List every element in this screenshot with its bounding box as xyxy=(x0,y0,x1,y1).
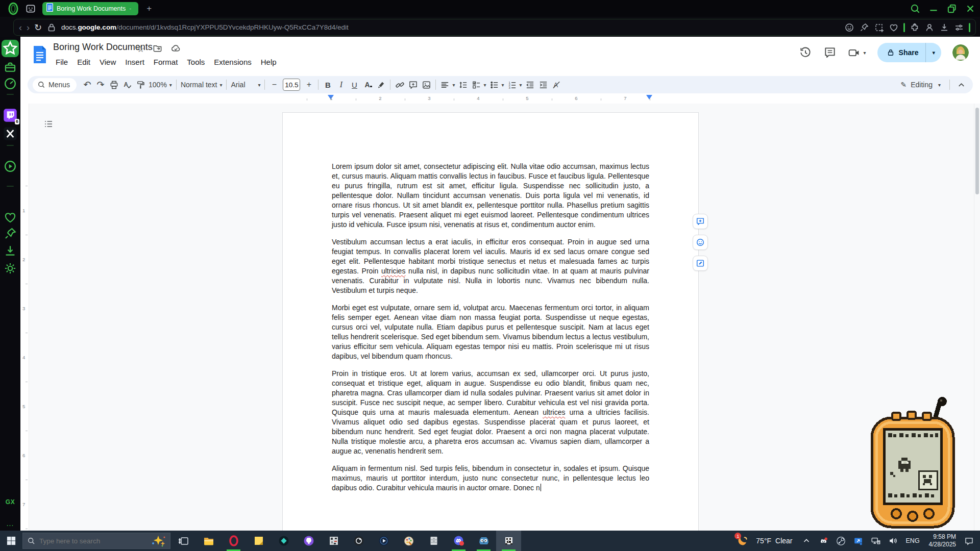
action-center-icon[interactable] xyxy=(963,535,975,547)
paint-format-button[interactable] xyxy=(134,78,147,91)
forward-icon[interactable]: › xyxy=(27,23,30,32)
menu-help[interactable]: Help xyxy=(257,57,280,67)
new-tab-button[interactable]: + xyxy=(143,3,155,14)
tray-network-icon[interactable] xyxy=(870,535,882,547)
highlight-color-button[interactable] xyxy=(374,78,387,91)
editing-mode-select[interactable]: ✎ Editing ▾ xyxy=(896,81,945,89)
share-button[interactable]: Share ▾ xyxy=(877,43,941,62)
clock-widget[interactable]: 9:58 PM 4/28/2025 xyxy=(929,533,956,548)
menu-format[interactable]: Format xyxy=(150,57,182,67)
url-field[interactable]: ‹ › ↻ docs.google.com/document/d/1kvdsq1… xyxy=(13,19,976,36)
opera-browser-icon[interactable] xyxy=(221,531,246,551)
extensions-icon[interactable] xyxy=(910,22,920,33)
insert-link-button[interactable] xyxy=(393,78,406,91)
gx-control-gauge-icon[interactable] xyxy=(3,77,17,91)
decrease-font-size-button[interactable]: − xyxy=(267,78,281,91)
file-explorer-icon[interactable] xyxy=(196,531,221,551)
pin-icon[interactable] xyxy=(859,22,869,33)
emoji-icon[interactable] xyxy=(844,22,854,33)
restore-icon[interactable] xyxy=(946,3,958,14)
heart-icon[interactable] xyxy=(3,210,17,224)
checklist-button[interactable]: ▾ xyxy=(470,78,488,91)
comments-icon[interactable] xyxy=(823,46,837,59)
bulleted-list-button[interactable]: ▾ xyxy=(488,78,506,91)
cloud-status-icon[interactable] xyxy=(170,43,181,56)
teal-gem-app-icon[interactable] xyxy=(271,531,296,551)
version-history-icon[interactable] xyxy=(799,46,812,59)
menu-file[interactable]: File xyxy=(52,57,71,67)
increase-indent-button[interactable] xyxy=(537,78,550,91)
avatar[interactable] xyxy=(952,44,969,61)
task-view-button[interactable] xyxy=(171,531,196,551)
paint-icon[interactable] xyxy=(396,531,421,551)
tray-discord-icon[interactable] xyxy=(818,535,830,547)
align-button[interactable]: ▾ xyxy=(438,78,456,91)
url-text[interactable]: docs.google.com/document/d/1kvdsq1RcpjYX… xyxy=(61,23,840,31)
increase-font-size-button[interactable]: + xyxy=(302,78,315,91)
document-page[interactable]: Lorem ipsum dolor sit amet, consectetur … xyxy=(282,112,699,531)
toolbar-search-menus[interactable]: Menus xyxy=(33,78,77,92)
doc-text[interactable]: Lorem ipsum dolor sit amet, consectetur … xyxy=(332,162,649,493)
downloads-icon[interactable] xyxy=(3,244,17,258)
vertical-ruler[interactable]: 1234567 xyxy=(20,104,29,531)
suggest-edits-button[interactable] xyxy=(693,256,708,271)
settings-sliders-icon[interactable] xyxy=(954,22,964,33)
taskbar-search[interactable] xyxy=(22,533,170,549)
github-icon[interactable] xyxy=(296,531,321,551)
menu-view[interactable]: View xyxy=(96,57,119,67)
file-cabinet-icon[interactable] xyxy=(421,531,446,551)
add-comment-margin-button[interactable] xyxy=(693,214,708,229)
tamagotchi-pet-window[interactable] xyxy=(867,395,960,531)
sidebar-overflow-icon[interactable]: ... xyxy=(3,516,17,531)
italic-button[interactable]: I xyxy=(334,78,348,91)
emoji-reaction-button[interactable] xyxy=(693,235,708,250)
zoom-select[interactable]: 100%▾ xyxy=(147,78,174,91)
back-icon[interactable]: ‹ xyxy=(19,23,22,32)
redo-button[interactable]: ↷ xyxy=(94,78,107,91)
right-indent-marker[interactable] xyxy=(646,95,652,99)
menu-edit[interactable]: Edit xyxy=(74,57,94,67)
snapshot-icon[interactable] xyxy=(874,22,884,33)
menu-extensions[interactable]: Extensions xyxy=(210,57,255,67)
download-icon[interactable] xyxy=(939,22,949,33)
bold-button[interactable]: B xyxy=(321,78,334,91)
horizontal-ruler[interactable]: 1234567 xyxy=(20,94,980,104)
scrollbar[interactable] xyxy=(974,104,980,531)
star-document-icon[interactable]: ☆ xyxy=(137,44,144,55)
browser-search-icon[interactable] xyxy=(910,3,921,14)
tamagotchi-app-icon[interactable] xyxy=(496,531,521,551)
tray-cast-icon[interactable] xyxy=(852,535,865,547)
tray-expand-chevron-icon[interactable] xyxy=(800,535,813,547)
add-comment-button[interactable] xyxy=(406,78,420,91)
copilot-sparkle-icon[interactable] xyxy=(151,535,166,547)
google-docs-logo-icon[interactable] xyxy=(33,45,47,64)
minimize-icon[interactable] xyxy=(928,3,939,14)
text-color-button[interactable]: A xyxy=(361,78,374,91)
sticky-notes-icon[interactable] xyxy=(246,531,271,551)
font-size-input[interactable]: 10.5 xyxy=(283,79,300,91)
language-indicator[interactable]: ENG xyxy=(906,537,920,544)
search-input[interactable] xyxy=(39,537,136,545)
close-icon[interactable] xyxy=(965,3,976,14)
workspace-icon[interactable] xyxy=(25,3,36,14)
scrollbar-thumb[interactable] xyxy=(975,108,979,194)
share-dropdown[interactable]: ▾ xyxy=(926,49,941,56)
document-outline-button[interactable] xyxy=(42,117,55,131)
retro-pixel-app-icon[interactable] xyxy=(321,531,346,551)
underline-button[interactable]: U xyxy=(348,78,361,91)
tray-volume-icon[interactable] xyxy=(887,535,899,547)
reload-icon[interactable]: ↻ xyxy=(34,23,42,32)
start-button[interactable] xyxy=(5,535,17,547)
gx-logo-text[interactable]: GX xyxy=(6,498,15,506)
clear-formatting-button[interactable]: A xyxy=(550,78,564,91)
hide-menus-button[interactable] xyxy=(954,78,968,91)
pinboard-icon[interactable] xyxy=(3,227,17,241)
meet-call-button[interactable]: ▾ xyxy=(848,46,866,59)
x-twitter-icon[interactable] xyxy=(3,127,17,141)
browser-tab[interactable]: Boring Work Documents - xyxy=(42,2,138,15)
print-button[interactable] xyxy=(107,78,120,91)
profile-icon[interactable] xyxy=(924,22,935,33)
numbered-list-button[interactable]: 123▾ xyxy=(506,78,524,91)
font-select[interactable]: Arial▾ xyxy=(229,78,262,91)
discord-icon[interactable] xyxy=(446,531,471,551)
